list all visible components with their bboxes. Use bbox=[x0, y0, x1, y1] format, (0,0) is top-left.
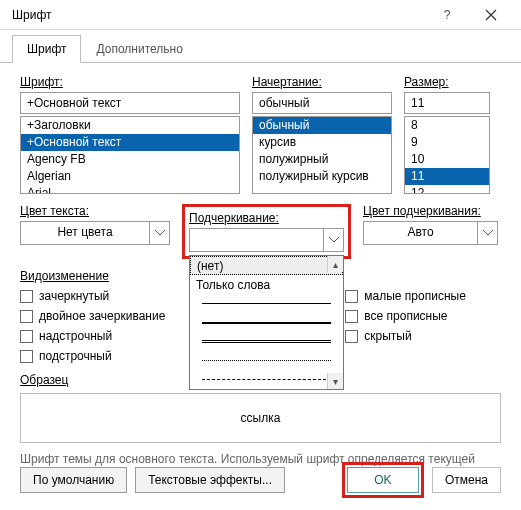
style-list[interactable]: обычный курсив полужирный полужирный кур… bbox=[252, 116, 392, 194]
set-default-button[interactable]: По умолчанию bbox=[20, 467, 127, 493]
style-input-value: обычный bbox=[259, 96, 309, 110]
chevron-down-icon bbox=[323, 229, 343, 251]
check-double-strike[interactable]: двойное зачеркивание bbox=[20, 309, 165, 323]
button-label: Текстовые эффекты... bbox=[148, 473, 272, 487]
list-item[interactable]: 8 bbox=[405, 117, 489, 134]
tab-font-label: Шрифт bbox=[27, 42, 66, 56]
button-label: По умолчанию bbox=[33, 473, 114, 487]
text-effects-button[interactable]: Текстовые эффекты... bbox=[135, 467, 285, 493]
check-label: двойное зачеркивание bbox=[39, 309, 165, 323]
underline-option-double[interactable] bbox=[190, 332, 343, 351]
size-input[interactable]: 11 bbox=[404, 92, 490, 114]
list-item[interactable]: 10 bbox=[405, 151, 489, 168]
list-item[interactable]: 9 bbox=[405, 134, 489, 151]
check-label: зачеркнутый bbox=[39, 289, 109, 303]
check-label: все прописные bbox=[364, 309, 447, 323]
help-button[interactable]: ? bbox=[425, 0, 469, 30]
check-label: надстрочный bbox=[39, 329, 112, 343]
checkbox-icon bbox=[345, 310, 358, 323]
check-hidden[interactable]: скрытый bbox=[345, 329, 466, 343]
check-small-caps[interactable]: малые прописные bbox=[345, 289, 466, 303]
chevron-down-icon bbox=[477, 222, 497, 244]
underline-color-combo[interactable]: Авто bbox=[363, 221, 498, 245]
list-item[interactable]: Arial bbox=[21, 185, 239, 194]
underline-option-words[interactable]: Только слова bbox=[190, 275, 343, 294]
checkbox-icon bbox=[20, 290, 33, 303]
ok-highlight: OK bbox=[342, 462, 424, 498]
scroll-down-icon[interactable]: ▾ bbox=[327, 373, 343, 389]
check-label: скрытый bbox=[364, 329, 411, 343]
checkbox-icon bbox=[345, 330, 358, 343]
list-item[interactable]: полужирный bbox=[253, 151, 391, 168]
check-label: малые прописные bbox=[364, 289, 466, 303]
check-strikethrough[interactable]: зачеркнутый bbox=[20, 289, 165, 303]
sample-text: ссылка bbox=[241, 411, 281, 425]
ok-button[interactable]: OK bbox=[347, 467, 419, 493]
list-item[interactable]: Agency FB bbox=[21, 151, 239, 168]
underline-option-single[interactable] bbox=[190, 294, 343, 313]
chevron-down-icon bbox=[149, 222, 169, 244]
check-all-caps[interactable]: все прописные bbox=[345, 309, 466, 323]
tab-strip: Шрифт Дополнительно bbox=[0, 34, 521, 63]
underline-value bbox=[190, 229, 323, 251]
underline-dropdown[interactable]: ▴ (нет) Только слова ▾ bbox=[189, 255, 344, 390]
button-label: OK bbox=[374, 473, 391, 487]
list-item[interactable]: полужирный курсив bbox=[253, 168, 391, 185]
button-label: Отмена bbox=[445, 473, 488, 487]
size-list[interactable]: 8 9 10 11 12 bbox=[404, 116, 490, 194]
dialog-footer: По умолчанию Текстовые эффекты... OK Отм… bbox=[20, 462, 501, 498]
check-label: подстрочный bbox=[39, 349, 112, 363]
text-color-label: Цвет текста: bbox=[20, 204, 170, 218]
question-icon: ? bbox=[444, 8, 451, 22]
option-label: (нет) bbox=[197, 259, 223, 273]
checkbox-icon bbox=[20, 350, 33, 363]
underline-option-dotted[interactable] bbox=[190, 351, 343, 370]
tab-advanced-label: Дополнительно bbox=[96, 42, 182, 56]
scroll-up-icon[interactable]: ▴ bbox=[327, 256, 343, 272]
list-item[interactable]: 12 bbox=[405, 185, 489, 194]
title-bar: Шрифт ? bbox=[0, 0, 521, 30]
font-input-value: +Основной текст bbox=[27, 96, 121, 110]
check-superscript[interactable]: надстрочный bbox=[20, 329, 165, 343]
close-button[interactable] bbox=[469, 0, 513, 30]
checkbox-icon bbox=[20, 310, 33, 323]
underline-option-thick[interactable] bbox=[190, 313, 343, 332]
underline-option-dash[interactable] bbox=[190, 370, 343, 389]
underline-color-value: Авто bbox=[364, 222, 477, 244]
tab-advanced[interactable]: Дополнительно bbox=[81, 35, 197, 63]
list-item[interactable]: +Заголовки bbox=[21, 117, 239, 134]
close-icon bbox=[485, 9, 497, 21]
tab-font[interactable]: Шрифт bbox=[12, 35, 81, 63]
size-input-value: 11 bbox=[411, 96, 424, 110]
underline-combo[interactable] bbox=[189, 228, 344, 252]
checkbox-icon bbox=[20, 330, 33, 343]
list-item[interactable]: +Основной текст bbox=[21, 134, 239, 151]
underline-color-label: Цвет подчеркивания: bbox=[363, 204, 498, 218]
cancel-button[interactable]: Отмена bbox=[432, 467, 501, 493]
list-item[interactable]: курсив bbox=[253, 134, 391, 151]
option-label: Только слова bbox=[196, 278, 270, 292]
list-item[interactable]: Algerian bbox=[21, 168, 239, 185]
font-label: Шрифт: bbox=[20, 75, 240, 89]
underline-option-none[interactable]: (нет) bbox=[190, 256, 343, 275]
check-subscript[interactable]: подстрочный bbox=[20, 349, 165, 363]
size-label: Размер: bbox=[404, 75, 490, 89]
list-item[interactable]: обычный bbox=[253, 117, 391, 134]
text-color-combo[interactable]: Нет цвета bbox=[20, 221, 170, 245]
checkbox-icon bbox=[345, 290, 358, 303]
list-item[interactable]: 11 bbox=[405, 168, 489, 185]
sample-preview: ссылка bbox=[20, 393, 501, 443]
window-title: Шрифт bbox=[8, 8, 425, 22]
underline-label: Подчеркивание: bbox=[189, 211, 344, 225]
font-input[interactable]: +Основной текст bbox=[20, 92, 240, 114]
style-input[interactable]: обычный bbox=[252, 92, 392, 114]
style-label: Начертание: bbox=[252, 75, 392, 89]
text-color-value: Нет цвета bbox=[21, 222, 149, 244]
font-list[interactable]: +Заголовки +Основной текст Agency FB Alg… bbox=[20, 116, 240, 194]
